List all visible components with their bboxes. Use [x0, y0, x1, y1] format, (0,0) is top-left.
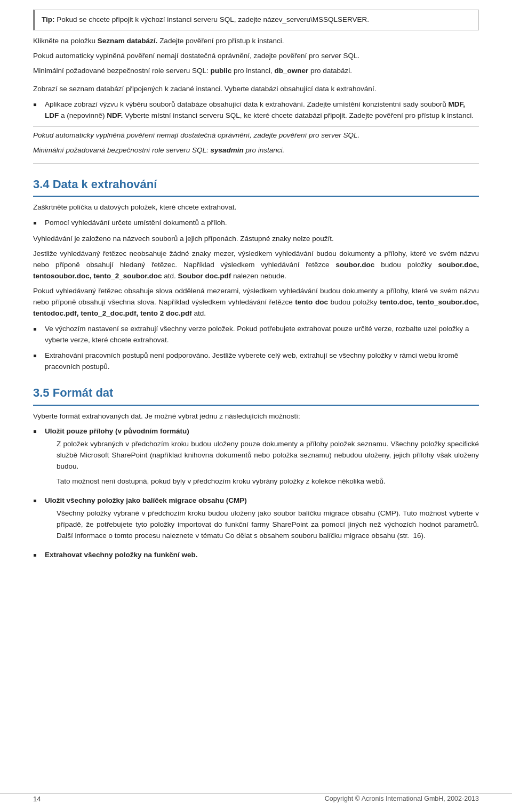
- app-shows-suffix: Vyberte místní instanci serveru SQL, ke …: [123, 111, 474, 119]
- format-bullet1-body-wrap: Z položek vybraných v předchozím kroku b…: [57, 439, 479, 487]
- section34-bullet2-list: ▪ Ve výchozím nastavení se extrahují vše…: [33, 324, 479, 346]
- format-bullet2-body: Všechny položky vybrané v předchozím kro…: [57, 508, 479, 542]
- app-shows-content: Aplikace zobrazí výzvu k výběru souborů …: [45, 99, 479, 122]
- section-35-num: 3.5: [33, 386, 50, 399]
- info-block-line1: Pokud automaticky vyplněná pověření nema…: [33, 130, 479, 141]
- show-list-text: Zobrazí se seznam databází připojených k…: [33, 85, 376, 93]
- app-shows-item: ▪ Aplikace zobrazí výzvu k výběru soubor…: [33, 99, 479, 122]
- search-note3-part2: budou položky: [328, 298, 380, 306]
- section34-bullet2-content: Ve výchozím nastavení se extrahují všech…: [45, 324, 479, 346]
- section34-bullet3-text: Extrahování pracovních postupů není podp…: [45, 351, 458, 371]
- footer-copyright: Copyright © Acronis International GmbH, …: [325, 794, 479, 804]
- format-bullet3-content: Extrahovat všechny položky na funkční we…: [45, 550, 479, 561]
- tip-text: Pokud se chcete připojit k výchozí insta…: [55, 15, 370, 23]
- bullet-marker-3: ▪: [33, 349, 43, 362]
- section-34-heading: 3.4 Data k extrahování: [33, 175, 479, 197]
- section34-bullet2-text: Ve výchozím nastavení se extrahují všech…: [45, 325, 469, 344]
- search-note2-part2: budou položky: [374, 261, 438, 269]
- auto-credentials-text: Pokud automaticky vyplněná pověření nema…: [33, 52, 359, 60]
- format-bullet2-heading: Uložit všechny položky jako balíček migr…: [45, 496, 247, 504]
- format-bullet3-list: ▪ Extrahovat všechny položky na funkční …: [33, 550, 479, 561]
- search-note2-bold3: Soubor doc.pdf: [178, 272, 231, 280]
- format-bullet2-list: ▪ Uložit všechny položky jako balíček mi…: [33, 495, 479, 545]
- format-bullet3: ▪ Extrahovat všechny položky na funkční …: [33, 550, 479, 561]
- search-note2-bold1: soubor.doc: [336, 261, 375, 269]
- footer-page-num: 14: [33, 794, 41, 805]
- tip-label: Tip:: [42, 15, 55, 23]
- info-block-line2: Minimální požadovaná bezpečnostní role s…: [33, 145, 479, 156]
- min-role-bold2: db_owner: [274, 67, 308, 75]
- bullet-marker-f1: ▪: [33, 425, 43, 438]
- search-note1: Vyhledávání je založeno na názvech soubo…: [33, 234, 479, 245]
- info-block-text2: Minimální požadovaná bezpečnostní role s…: [33, 146, 210, 154]
- click-instruction-text: Klikněte na položku: [33, 37, 98, 45]
- section34-bullet3: ▪ Extrahování pracovních postupů není po…: [33, 350, 479, 373]
- min-role-para: Minimální požadované bezpečnostní role s…: [33, 66, 479, 77]
- search-note2-part4: nalezen nebude.: [231, 272, 286, 280]
- bullet-marker: ▪: [33, 98, 43, 111]
- app-shows-text: Aplikace zobrazí výzvu k výběru souborů …: [45, 100, 448, 108]
- section-35-label: Formát dat: [53, 386, 114, 399]
- section34-bullets: ▪ Pomocí vyhledávání určete umístění dok…: [33, 218, 479, 229]
- format-bullet1: ▪ Uložit pouze přílohy (v původním formá…: [33, 426, 479, 491]
- format-bullet2: ▪ Uložit všechny položky jako balíček mi…: [33, 495, 479, 545]
- format-bullet1-note: Tato možnost není dostupná, pokud byly v…: [57, 476, 479, 487]
- section35-intro-text: Vyberte formát extrahovaných dat. Je mož…: [33, 412, 300, 420]
- info-block-suffix: pro instanci.: [244, 146, 285, 154]
- format-bullet1-body-text: Z položek vybraných v předchozím kroku b…: [57, 440, 479, 470]
- format-bullet1-list: ▪ Uložit pouze přílohy (v původním formá…: [33, 426, 479, 491]
- format-bullet2-body-wrap: Všechny položky vybrané v předchozím kro…: [57, 508, 479, 542]
- section34-intro-text: Zaškrtněte políčka u datových položek, k…: [33, 203, 236, 211]
- click-instruction-para: Klikněte na položku Seznam databází. Zad…: [33, 36, 479, 47]
- section-34-label: Data k extrahování: [53, 178, 157, 191]
- app-shows-bold2: NDF.: [107, 111, 123, 119]
- section34-intro: Zaškrtněte políčka u datových položek, k…: [33, 202, 479, 213]
- click-bold: Seznam databází.: [98, 37, 158, 45]
- search-note1-text: Vyhledávání je založeno na názvech soubo…: [33, 235, 334, 243]
- section34-bullet1-content: Pomocí vyhledávání určete umístění dokum…: [45, 218, 479, 229]
- app-shows-list: ▪ Aplikace zobrazí výzvu k výběru soubor…: [33, 99, 479, 122]
- bullet-marker-2: ▪: [33, 323, 43, 335]
- section35-intro: Vyberte formát extrahovaných dat. Je mož…: [33, 411, 479, 422]
- min-role-text: Minimální požadované bezpečnostní role s…: [33, 67, 210, 75]
- app-shows-mid: a (nepovinně): [59, 111, 107, 119]
- tip-box: Tip: Pokud se chcete připojit k výchozí …: [33, 10, 479, 30]
- format-bullet2-content: Uložit všechny položky jako balíček migr…: [45, 495, 479, 545]
- format-bullet1-note-text: Tato možnost není dostupná, pokud byly v…: [57, 477, 386, 485]
- section34-bullet1: ▪ Pomocí vyhledávání určete umístění dok…: [33, 218, 479, 229]
- show-list-para: Zobrazí se seznam databází připojených k…: [33, 84, 479, 95]
- bullet-marker-f3: ▪: [33, 549, 43, 561]
- search-note3-bold1: tento doc: [295, 298, 328, 306]
- auto-credentials-para: Pokud automaticky vyplněná pověření nema…: [33, 51, 479, 62]
- format-bullet1-heading: Uložit pouze přílohy (v původním formátu…: [45, 427, 189, 435]
- min-role-bold1: public: [210, 67, 231, 75]
- format-bullet1-body: Z položek vybraných v předchozím kroku b…: [57, 439, 479, 472]
- info-block-bold: sysadmin: [210, 146, 243, 154]
- search-note3-part3: atd.: [192, 309, 206, 317]
- section34-bullet3-list: ▪ Extrahování pracovních postupů není po…: [33, 350, 479, 373]
- bullet-marker-f2: ▪: [33, 494, 43, 507]
- page-footer: 14 Copyright © Acronis International Gmb…: [0, 793, 512, 805]
- info-block-text1: Pokud automaticky vyplněná pověření nema…: [33, 131, 359, 139]
- search-note3: Pokud vyhledávaný řetězec obsahuje slova…: [33, 286, 479, 319]
- info-block-1: Pokud automaticky vyplněná pověření nema…: [33, 126, 479, 164]
- click-suffix: Zadejte pověření pro přístup k instanci.: [157, 37, 284, 45]
- section34-bullet1-text: Pomocí vyhledávání určete umístění dokum…: [45, 219, 227, 227]
- min-role-mid: pro instanci,: [231, 67, 274, 75]
- format-bullet2-body-text: Všechny položky vybrané v předchozím kro…: [57, 509, 479, 540]
- search-note2: Jestliže vyhledávaný řetězec neobsahuje …: [33, 248, 479, 282]
- bullet-marker-1: ▪: [33, 216, 43, 229]
- section34-bullet2: ▪ Ve výchozím nastavení se extrahují vše…: [33, 324, 479, 346]
- min-role-suffix: pro databázi.: [308, 67, 352, 75]
- section34-bullet3-content: Extrahování pracovních postupů není podp…: [45, 350, 479, 373]
- section-34-num: 3.4: [33, 178, 50, 191]
- page: Tip: Pokud se chcete připojit k výchozí …: [0, 0, 512, 812]
- section-35-heading: 3.5 Formát dat: [33, 384, 479, 405]
- format-bullet3-heading: Extrahovat všechny položky na funkční we…: [45, 551, 198, 559]
- search-note2-part3: atd.: [162, 272, 178, 280]
- format-bullet1-content: Uložit pouze přílohy (v původním formátu…: [45, 426, 479, 491]
